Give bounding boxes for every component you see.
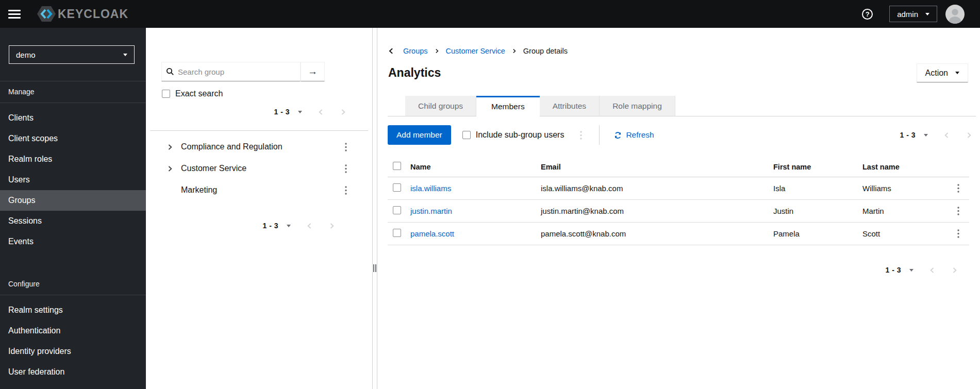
pagination-prev-button[interactable]: [943, 132, 950, 139]
group-search-submit-button[interactable]: →: [301, 62, 325, 81]
pagination-options-caret-icon[interactable]: [298, 111, 302, 113]
pagination-prev-button[interactable]: [306, 223, 313, 229]
resize-handle-icon[interactable]: [373, 264, 376, 272]
arrow-right-icon: →: [308, 66, 318, 77]
avatar[interactable]: [945, 5, 965, 24]
tab-members[interactable]: Members: [476, 96, 540, 116]
member-email: justin.martin@knab.com: [541, 207, 773, 215]
pagination-next-button[interactable]: [340, 109, 346, 115]
help-icon[interactable]: ?: [862, 9, 873, 20]
expand-toggle-button[interactable]: [167, 165, 176, 172]
ellipsis-v-icon: [345, 186, 347, 195]
ellipsis-v-icon: [957, 184, 959, 193]
sidebar-item-realm-settings[interactable]: Realm settings: [0, 300, 146, 320]
sidebar-item-client-scopes[interactable]: Client scopes: [0, 128, 146, 149]
person-icon: [945, 5, 965, 24]
pagination-next-button[interactable]: [328, 223, 335, 229]
angle-right-icon: [167, 144, 173, 150]
tree-item-marketing[interactable]: Marketing: [146, 179, 372, 201]
angle-right-icon: [340, 109, 346, 115]
realm-select-value: demo: [16, 50, 36, 59]
breadcrumb-back-button[interactable]: [388, 47, 395, 55]
sidebar-item-authentication[interactable]: Authentication: [0, 320, 146, 341]
tree-item-compliance-and-regulation[interactable]: Compliance and Regulation: [146, 136, 372, 158]
column-header-last-name: Last name: [862, 163, 953, 171]
sidebar-item-sessions[interactable]: Sessions: [0, 211, 146, 231]
sidebar-item-realm-roles[interactable]: Realm roles: [0, 149, 146, 170]
group-search-input[interactable]: [178, 67, 296, 76]
refresh-button[interactable]: Refresh: [614, 130, 654, 140]
sidebar-item-events[interactable]: Events: [0, 231, 146, 252]
table-header-row: Name Email First name Last name: [388, 157, 969, 177]
angle-right-icon: [512, 48, 517, 54]
breadcrumb-item-group-details: Group details: [523, 47, 568, 55]
pagination-options-caret-icon[interactable]: [287, 225, 291, 227]
row-kebab-menu-icon[interactable]: [954, 182, 963, 195]
member-first-name: Justin: [773, 207, 862, 215]
breadcrumb-item-customer-service[interactable]: Customer Service: [446, 47, 505, 55]
action-dropdown-button[interactable]: Action: [917, 63, 968, 82]
user-menu-label: admin: [897, 10, 918, 19]
group-tabs: Child groups Members Attributes Role map…: [405, 96, 973, 116]
pagination-prev-button[interactable]: [929, 267, 936, 274]
angle-left-icon: [943, 132, 950, 139]
row-kebab-menu-icon[interactable]: [954, 228, 963, 240]
sidebar-item-groups[interactable]: Groups: [0, 190, 146, 211]
pagination-options-caret-icon[interactable]: [909, 269, 913, 272]
row-select-checkbox[interactable]: [393, 183, 401, 192]
kebab-menu-icon[interactable]: [341, 141, 351, 153]
group-name-link[interactable]: Compliance and Regulation: [181, 142, 283, 151]
pagination-options-caret-icon[interactable]: [924, 134, 928, 137]
realm-select[interactable]: demo: [9, 45, 135, 64]
member-name-link[interactable]: pamela.scott: [410, 229, 541, 238]
panel-divider: [150, 130, 368, 131]
kebab-menu-icon[interactable]: [341, 184, 351, 196]
nav-toggle-hamburger-icon[interactable]: [8, 10, 21, 19]
tree-item-customer-service[interactable]: Customer Service: [146, 158, 372, 179]
ellipsis-v-icon: [580, 131, 582, 140]
exact-search-checkbox[interactable]: [162, 90, 170, 98]
column-header-first-name: First name: [773, 163, 862, 171]
tab-child-groups[interactable]: Child groups: [405, 96, 476, 116]
group-search-box: [161, 62, 301, 81]
add-member-button[interactable]: Add member: [388, 125, 451, 145]
chevron-down-icon: [955, 72, 959, 74]
page-title: Analytics: [388, 66, 441, 80]
tab-attributes[interactable]: Attributes: [540, 96, 600, 116]
row-select-checkbox[interactable]: [393, 206, 401, 214]
groups-pagination-top: 1 - 3: [146, 106, 372, 118]
masthead: KEYCLOAK ? admin: [0, 0, 980, 28]
group-name-link[interactable]: Customer Service: [181, 164, 246, 173]
sidebar-section-manage: Manage: [0, 81, 146, 103]
include-subgroups-checkbox[interactable]: [462, 131, 471, 139]
keycloak-logo[interactable]: KEYCLOAK: [36, 5, 128, 23]
select-all-checkbox[interactable]: [393, 162, 401, 170]
pagination-next-button[interactable]: [951, 267, 958, 274]
breadcrumb-item-groups[interactable]: Groups: [403, 47, 428, 55]
sidebar-item-users[interactable]: Users: [0, 170, 146, 190]
tab-role-mapping[interactable]: Role mapping: [600, 96, 675, 116]
members-toolbar: Add member Include sub-group users Refre…: [388, 124, 973, 146]
expand-toggle-button[interactable]: [167, 144, 176, 150]
toolbar-kebab-menu-icon[interactable]: [576, 129, 586, 141]
row-select-checkbox[interactable]: [393, 229, 401, 237]
row-kebab-menu-icon[interactable]: [954, 205, 963, 217]
member-name-link[interactable]: isla.williams: [410, 184, 541, 193]
member-name-link[interactable]: justin.martin: [410, 207, 541, 215]
angle-right-icon: [167, 165, 173, 172]
action-dropdown-label: Action: [925, 69, 948, 78]
sidebar-item-clients[interactable]: Clients: [0, 108, 146, 128]
angle-left-icon: [318, 109, 324, 115]
panel-resize-splitter[interactable]: [373, 28, 381, 389]
sidebar-item-identity-providers[interactable]: Identity providers: [0, 341, 146, 362]
pagination-next-button[interactable]: [966, 132, 972, 139]
user-menu-dropdown[interactable]: admin: [889, 6, 937, 22]
angle-left-icon: [929, 267, 936, 274]
pagination-prev-button[interactable]: [318, 109, 324, 115]
groups-tree-panel: → Exact search 1 - 3: [146, 28, 373, 389]
group-name-link[interactable]: Marketing: [181, 185, 217, 195]
pagination-range: 1 - 3: [262, 222, 278, 230]
groups-pagination-bottom: 1 - 3: [146, 219, 372, 232]
kebab-menu-icon[interactable]: [341, 162, 351, 175]
sidebar-item-user-federation[interactable]: User federation: [0, 362, 146, 382]
